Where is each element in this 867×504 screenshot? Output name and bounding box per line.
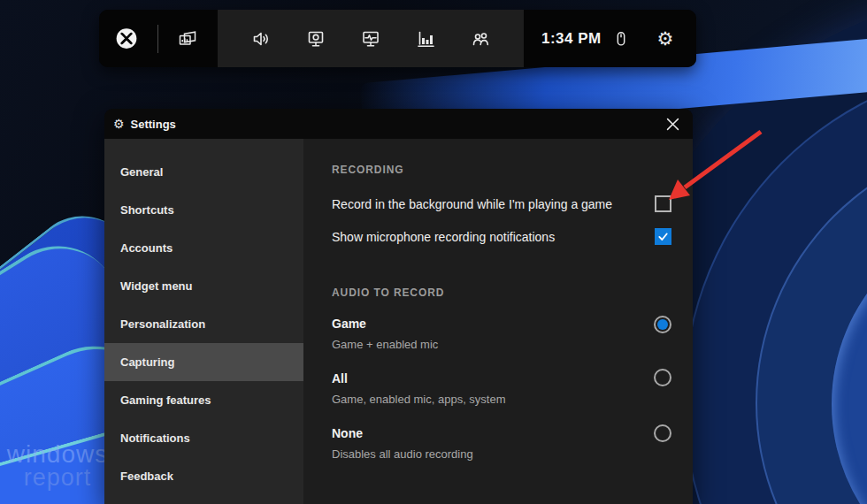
audio-option-game-subtitle: Game + enabled mic xyxy=(332,338,438,351)
audio-option-game-radio[interactable] xyxy=(654,316,671,333)
settings-window: ⚙ Settings General Shortcuts Accounts Wi… xyxy=(104,109,693,504)
settings-gear-icon: ⚙ xyxy=(113,118,125,130)
clock-label: 1:34 PM xyxy=(541,30,602,48)
xbox-logo[interactable] xyxy=(115,27,138,50)
sidebar-item-feedback[interactable]: Feedback xyxy=(104,457,303,495)
capturing-settings-panel: RECORDING Record in the background while… xyxy=(303,139,693,504)
audio-option-none-radio[interactable] xyxy=(654,424,671,442)
settings-body: General Shortcuts Accounts Widget menu P… xyxy=(104,139,693,504)
mic-notifications-label: Show microphone recording notifications xyxy=(332,230,555,244)
sidebar-item-notifications[interactable]: Notifications xyxy=(104,419,303,457)
window-title: Settings xyxy=(131,118,176,131)
audio-option-all-subtitle: Game, enabled mic, apps, system xyxy=(332,393,506,406)
gamebar-right-section: 1:34 PM ⚙ xyxy=(524,10,696,67)
gamebar-divider xyxy=(157,25,158,53)
watermark-line1: windows xyxy=(0,442,115,466)
recording-section-header: RECORDING xyxy=(332,164,403,176)
settings-sidebar: General Shortcuts Accounts Widget menu P… xyxy=(104,139,303,504)
audio-option-all-title: All xyxy=(332,371,348,386)
audio-icon[interactable] xyxy=(249,27,272,50)
gear-icon[interactable]: ⚙ xyxy=(654,27,677,50)
sidebar-item-personalization[interactable]: Personalization xyxy=(104,305,303,343)
audio-option-none-subtitle: Disables all audio recording xyxy=(332,447,473,461)
gamebar-left-section xyxy=(99,10,218,67)
audio-option-none-title: None xyxy=(332,426,363,440)
audio-option-game-title: Game xyxy=(332,317,366,331)
mic-notifications-checkbox[interactable] xyxy=(655,228,671,245)
sidebar-item-shortcuts[interactable]: Shortcuts xyxy=(104,191,303,229)
sidebar-item-widget-menu[interactable]: Widget menu xyxy=(104,267,303,305)
sidebar-item-gaming-features[interactable]: Gaming features xyxy=(104,381,303,419)
gamebar-middle-section xyxy=(218,10,524,67)
capture-icon[interactable] xyxy=(304,27,327,50)
performance-icon[interactable] xyxy=(359,27,382,50)
social-icon[interactable] xyxy=(469,27,492,50)
windows-report-watermark: windows report xyxy=(0,442,115,490)
record-background-checkbox[interactable] xyxy=(655,195,671,212)
settings-titlebar: ⚙ Settings xyxy=(104,109,693,139)
sidebar-item-general[interactable]: General xyxy=(104,153,303,191)
resources-icon[interactable] xyxy=(414,27,437,50)
record-background-label: Record in the background while I'm playi… xyxy=(332,197,612,211)
xbox-game-bar: 1:34 PM ⚙ xyxy=(99,10,696,67)
sidebar-item-accounts[interactable]: Accounts xyxy=(104,229,303,267)
radio-selected-dot xyxy=(657,319,668,330)
audio-option-all-radio[interactable] xyxy=(654,369,671,386)
sidebar-item-capturing[interactable]: Capturing xyxy=(104,343,303,381)
close-icon[interactable] xyxy=(663,114,682,134)
record-background-row: Record in the background while I'm playi… xyxy=(332,195,671,212)
mouse-settings-icon[interactable] xyxy=(610,27,633,50)
mic-notifications-row: Show microphone recording notifications xyxy=(332,228,671,245)
widgets-menu-icon[interactable] xyxy=(176,27,199,50)
audio-section-header: AUDIO TO RECORD xyxy=(332,286,444,299)
watermark-line2: report xyxy=(0,466,115,490)
